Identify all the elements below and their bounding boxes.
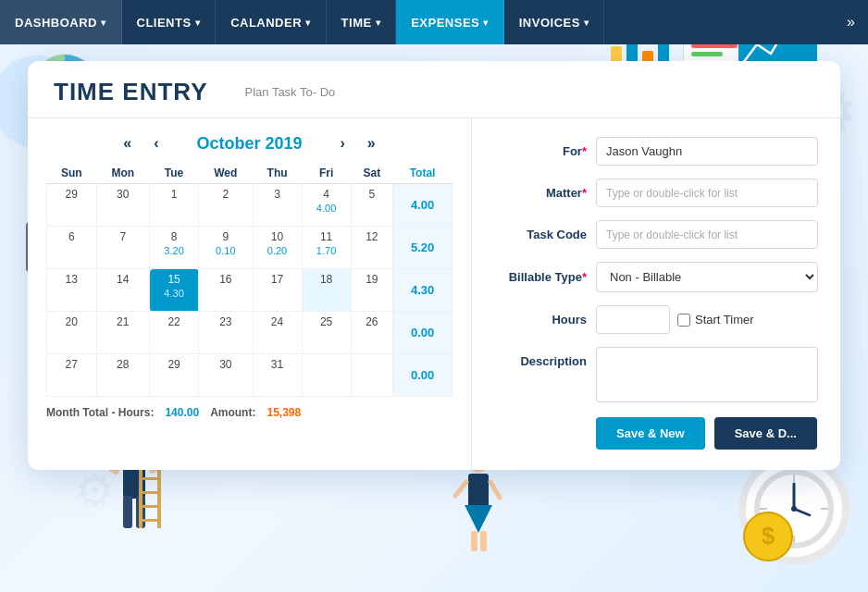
day-cell[interactable]: 7 — [96, 227, 150, 269]
week-total: 0.00 — [393, 312, 453, 354]
form-side: For* Matter* Task Code Billable Type* — [472, 118, 840, 470]
nav-clients[interactable]: CLIENTS ▾ — [122, 0, 217, 44]
day-cell[interactable]: 3 — [253, 184, 302, 227]
day-cell[interactable]: 90.10 — [199, 227, 253, 269]
nav-time[interactable]: TIME ▾ — [327, 0, 397, 44]
day-cell[interactable]: 19 — [351, 269, 393, 312]
description-textarea[interactable] — [596, 347, 818, 402]
matter-input[interactable] — [596, 179, 818, 207]
calendar-grid: Sun Mon Tue Wed Thu Fri Sat Total 29 30 — [46, 163, 453, 397]
day-cell[interactable]: 20 — [47, 312, 97, 354]
day-cell[interactable]: 100.20 — [253, 227, 302, 269]
day-cell[interactable]: 29 — [150, 354, 199, 397]
day-cell[interactable]: 29 — [47, 184, 97, 227]
day-cell[interactable]: 25 — [302, 312, 351, 354]
svg-rect-25 — [471, 531, 477, 551]
cal-prev-btn[interactable]: ‹ — [148, 133, 164, 154]
day-cell[interactable]: 13 — [47, 269, 97, 312]
svg-rect-21 — [139, 505, 161, 508]
day-cell[interactable]: 28 — [96, 354, 150, 397]
task-code-label: Task Code — [494, 228, 587, 241]
billable-type-select[interactable]: Non - Billable Billable Non Billable — [596, 262, 818, 292]
col-sun: Sun — [47, 163, 97, 184]
save-done-button[interactable]: Save & D... — [714, 417, 817, 450]
day-cell[interactable]: 23 — [199, 312, 253, 354]
cal-month-label: October 2019 — [176, 134, 324, 154]
nav-more[interactable]: » — [834, 0, 868, 44]
svg-rect-13 — [136, 496, 145, 528]
description-label: Description — [494, 347, 587, 368]
hours-inputs: Start Timer — [596, 305, 754, 334]
week-total: 4.00 — [393, 184, 453, 227]
description-row: Description — [494, 347, 818, 402]
svg-rect-12 — [123, 496, 132, 528]
nav-calander[interactable]: CALANDER ▾ — [216, 0, 326, 44]
day-cell[interactable]: 1 — [150, 184, 199, 227]
billable-type-row: Billable Type* Non - Billable Billable N… — [494, 262, 818, 292]
page-title: TIME ENTRY — [54, 78, 207, 106]
day-cell[interactable]: 6 — [47, 227, 97, 269]
page-header: TIME ENTRY Plan Task To- Do — [28, 61, 840, 118]
nav-expenses[interactable]: EXPENSES ▾ — [396, 0, 504, 44]
matter-label: Matter* — [494, 186, 587, 200]
day-cell[interactable]: 24 — [253, 312, 302, 354]
day-cell[interactable]: 17 — [253, 269, 302, 312]
day-cell[interactable]: 30 — [199, 354, 253, 397]
table-row: 13 14 154.30 16 17 18 19 4.30 — [47, 269, 453, 312]
hours-input[interactable] — [596, 305, 670, 334]
day-cell[interactable]: 12 — [351, 227, 393, 269]
gear-icon-left: ⚙ — [74, 464, 116, 518]
start-timer-checkbox[interactable] — [677, 314, 690, 327]
table-row: 27 28 29 30 31 0.00 — [47, 354, 453, 397]
hours-label: Hours — [494, 313, 587, 327]
for-input[interactable] — [596, 137, 818, 166]
main-card: TIME ENTRY Plan Task To- Do « ‹ October … — [28, 61, 840, 470]
week-total: 4.30 — [393, 269, 453, 312]
day-cell[interactable]: 16 — [199, 269, 253, 312]
day-cell[interactable]: 31 — [253, 354, 302, 397]
day-cell[interactable]: 26 — [351, 312, 393, 354]
svg-rect-26 — [480, 531, 487, 551]
cal-last-btn[interactable]: » — [362, 133, 381, 154]
task-code-input[interactable] — [596, 220, 818, 249]
navbar: DASHBOARD ▾ CLIENTS ▾ CALANDER ▾ TIME ▾ … — [0, 0, 868, 44]
day-cell[interactable]: 83.20 — [150, 227, 199, 269]
col-sat: Sat — [351, 163, 393, 184]
week-total: 0.00 — [393, 354, 453, 397]
day-cell[interactable]: 111.70 — [302, 227, 351, 269]
save-new-button[interactable]: Save & New — [596, 417, 705, 450]
day-cell[interactable]: 5 — [351, 184, 393, 227]
day-cell[interactable]: 2 — [199, 184, 253, 227]
svg-point-38 — [791, 506, 797, 512]
day-cell[interactable] — [302, 354, 351, 397]
nav-invoices[interactable]: INVOICES ▾ — [504, 0, 605, 44]
day-cell[interactable]: 30 — [96, 184, 150, 227]
svg-rect-19 — [139, 477, 161, 480]
month-total-amount: 15,398 — [267, 406, 301, 419]
cal-next-btn[interactable]: › — [335, 133, 351, 154]
month-total-label: Month Total - Hours: — [46, 406, 154, 419]
col-fri: Fri — [302, 163, 351, 184]
calendar-side: « ‹ October 2019 › » Sun Mon Tue Wed Thu… — [28, 118, 472, 470]
start-timer-label[interactable]: Start Timer — [677, 313, 754, 327]
svg-line-27 — [455, 482, 466, 496]
day-cell[interactable]: 27 — [47, 354, 97, 397]
cal-first-btn[interactable]: « — [118, 133, 137, 154]
day-cell-today[interactable]: 154.30 — [150, 269, 199, 312]
month-total-hours: 140.00 — [165, 406, 199, 419]
day-cell[interactable]: 21 — [96, 312, 150, 354]
nav-dashboard[interactable]: DASHBOARD ▾ — [0, 0, 122, 44]
day-cell-selected[interactable]: 18 — [302, 269, 351, 312]
col-tue: Tue — [150, 163, 199, 184]
clock-decoration — [738, 453, 849, 564]
day-cell[interactable]: 44.00 — [302, 184, 351, 227]
hours-row: Hours Start Timer — [494, 305, 818, 334]
col-total: Total — [393, 163, 453, 184]
week-total: 5.20 — [393, 227, 453, 269]
day-cell[interactable] — [351, 354, 393, 397]
svg-rect-20 — [139, 491, 161, 494]
table-row: 20 21 22 23 24 25 26 0.00 — [47, 312, 453, 354]
svg-line-28 — [490, 482, 500, 498]
day-cell[interactable]: 22 — [150, 312, 199, 354]
day-cell[interactable]: 14 — [96, 269, 150, 312]
